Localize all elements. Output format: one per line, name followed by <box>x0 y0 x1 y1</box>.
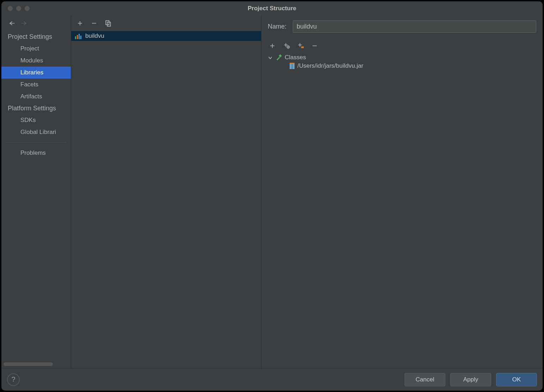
library-list-panel: buildvu <box>71 16 261 324</box>
library-roots-tree: Classes /Users/idr/jars/buildvu.jar <box>268 53 451 70</box>
library-roots-toolbar <box>268 42 451 50</box>
sidebar-item-facets[interactable]: Facets <box>1 79 71 91</box>
minimize-window-button[interactable] <box>16 6 21 11</box>
remove-library-button[interactable] <box>90 19 98 27</box>
nav-forward-button <box>20 20 28 27</box>
name-label: Name: <box>268 23 286 30</box>
add-library-button[interactable] <box>76 19 84 27</box>
sidebar-section-project-settings: Project Settings <box>1 31 71 43</box>
close-window-button[interactable] <box>8 6 13 11</box>
sidebar-item-global-libraries[interactable]: Global Librari <box>1 126 71 138</box>
sidebar-item-problems[interactable]: Problems <box>1 147 71 159</box>
library-list-item[interactable]: buildvu <box>71 31 261 41</box>
titlebar: Project Structure <box>1 1 451 16</box>
library-list-item-label: buildvu <box>85 32 104 39</box>
svg-rect-7 <box>301 47 304 48</box>
sidebar-divider <box>6 142 67 143</box>
sidebar-item-libraries[interactable]: Libraries <box>1 67 71 79</box>
svg-rect-9 <box>290 63 295 64</box>
sidebar-item-modules[interactable]: Modules <box>1 55 71 67</box>
add-url-root-button[interactable] <box>283 42 290 50</box>
svg-rect-2 <box>75 36 76 39</box>
library-name-input[interactable] <box>293 20 451 33</box>
library-list-toolbar <box>71 16 261 31</box>
tree-node-classes[interactable]: Classes <box>268 53 451 62</box>
remove-root-button[interactable] <box>311 42 319 50</box>
library-icon <box>75 33 82 39</box>
window-controls <box>1 6 44 11</box>
window-title: Project Structure <box>44 5 451 12</box>
library-list: buildvu <box>71 31 261 324</box>
project-structure-window: Project Structure Project Settings Proje… <box>1 1 451 324</box>
svg-rect-3 <box>77 35 78 39</box>
sidebar-section-platform-settings: Platform Settings <box>1 103 71 114</box>
tree-node-jar[interactable]: /Users/idr/jars/buildvu.jar <box>268 62 451 70</box>
nav-back-button[interactable] <box>8 20 16 27</box>
jar-icon <box>290 63 295 69</box>
svg-rect-4 <box>79 34 80 39</box>
add-root-button[interactable] <box>268 42 276 50</box>
sidebar-item-project[interactable]: Project <box>1 43 71 55</box>
sidebar-item-artifacts[interactable]: Artifacts <box>1 91 71 103</box>
hammer-icon <box>276 54 282 61</box>
library-detail-panel: Name: <box>261 16 451 324</box>
svg-rect-5 <box>80 36 81 39</box>
sidebar-item-sdks[interactable]: SDKs <box>1 114 71 126</box>
copy-library-button[interactable] <box>104 19 112 27</box>
svg-rect-10 <box>292 64 292 69</box>
add-folder-root-button[interactable] <box>297 42 304 50</box>
sidebar: Project Settings Project Modules Librari… <box>1 16 71 324</box>
zoom-window-button[interactable] <box>25 6 30 11</box>
tree-node-label: /Users/idr/jars/buildvu.jar <box>297 62 363 69</box>
chevron-down-icon <box>268 55 273 60</box>
tree-node-label: Classes <box>285 54 306 61</box>
